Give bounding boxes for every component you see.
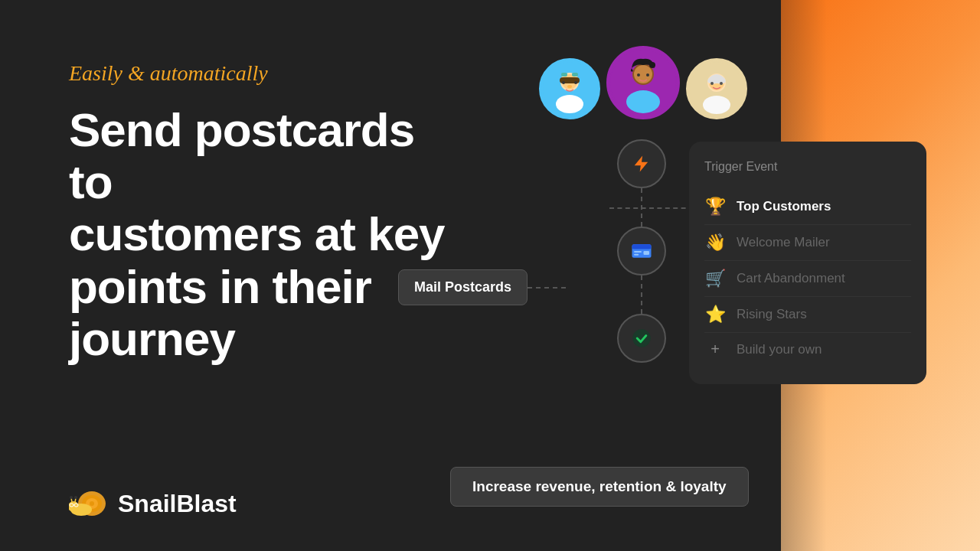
svg-point-28	[646, 73, 649, 77]
headline-line1: Send postcards to	[69, 103, 414, 208]
svg-rect-21	[561, 73, 567, 77]
headline-line4: journey	[69, 312, 235, 365]
connector-trigger	[609, 207, 694, 209]
headline: Send postcards to customers at key point…	[69, 104, 467, 365]
trigger-item-welcome-mailer[interactable]: 👋 Welcome Mailer	[704, 225, 911, 261]
flow-column	[617, 139, 666, 363]
cart-icon: 🛒	[704, 269, 726, 289]
trigger-item-rising-stars[interactable]: ⭐ Rising Stars	[704, 297, 911, 333]
svg-rect-39	[634, 251, 642, 253]
svg-point-3	[90, 501, 94, 506]
dashed-line-2	[641, 276, 642, 314]
mail-postcards-label: Mail Postcards	[398, 269, 528, 305]
star-icon: ⭐	[704, 305, 726, 324]
tagline: Easily & automatically	[69, 61, 467, 86]
avatar-left	[539, 58, 600, 119]
lightning-node	[617, 139, 666, 188]
headline-line3: points in their	[69, 260, 371, 313]
logo-name: SnailBlast	[118, 490, 237, 518]
svg-point-35	[720, 82, 723, 85]
svg-rect-22	[572, 73, 578, 77]
svg-point-8	[70, 496, 73, 499]
postcard-node	[617, 227, 666, 276]
svg-point-9	[74, 496, 77, 499]
trigger-item-build-own[interactable]: + Build your own	[704, 333, 911, 366]
trigger-label-rising-stars: Rising Stars	[737, 307, 807, 322]
plus-icon: +	[704, 341, 726, 358]
wave-icon: 👋	[704, 233, 726, 253]
svg-rect-38	[644, 251, 650, 255]
svg-point-29	[649, 62, 655, 68]
svg-point-27	[637, 73, 640, 77]
svg-rect-37	[632, 244, 652, 249]
headline-line2: customers at key	[69, 207, 445, 260]
trigger-label-cart-abandonment: Cart Abandonment	[737, 271, 845, 286]
svg-point-15	[556, 95, 583, 113]
mail-label-container: Mail Postcards	[398, 269, 566, 305]
trigger-item-top-customers[interactable]: 🏆 Top Customers	[704, 189, 911, 225]
svg-point-18	[562, 81, 565, 84]
trigger-item-cart-abandonment[interactable]: 🛒 Cart Abandonment	[704, 261, 911, 297]
svg-point-41	[632, 329, 650, 347]
trigger-label-build-own: Build your own	[737, 342, 822, 357]
svg-point-25	[626, 90, 660, 113]
svg-point-32	[703, 96, 730, 114]
avatar-right	[686, 58, 747, 119]
svg-rect-40	[634, 254, 639, 256]
snail-icon	[69, 487, 109, 520]
svg-point-34	[710, 82, 714, 85]
avatar-row	[505, 46, 781, 119]
trigger-label-top-customers: Top Customers	[737, 199, 831, 214]
check-node	[617, 314, 666, 363]
trigger-panel: Trigger Event 🏆 Top Customers 👋 Welcome …	[689, 142, 926, 384]
logo-area: SnailBlast	[69, 487, 237, 520]
svg-point-19	[574, 81, 577, 84]
trigger-label-welcome-mailer: Welcome Mailer	[737, 235, 830, 250]
trophy-icon: 🏆	[704, 197, 726, 217]
left-section: Easily & automatically Send postcards to…	[69, 61, 467, 365]
outcome-label: Increase revenue, retention & loyalty	[450, 467, 749, 507]
mail-h-connector	[528, 287, 566, 289]
svg-point-20	[567, 85, 572, 88]
trigger-panel-title: Trigger Event	[704, 160, 911, 174]
avatar-center	[606, 46, 680, 119]
